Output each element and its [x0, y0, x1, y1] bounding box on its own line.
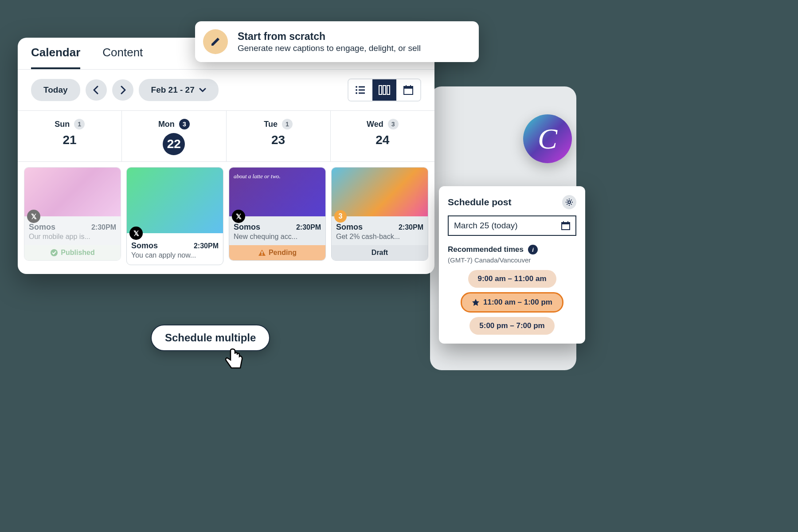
svg-rect-20 [567, 221, 568, 223]
view-list-button[interactable] [348, 79, 372, 101]
svg-rect-12 [410, 85, 411, 87]
pointer-hand-icon [222, 346, 248, 372]
post-card[interactable]: 𝕏 Somos2:30PM You can apply now... [126, 167, 223, 265]
today-button[interactable]: Today [31, 79, 80, 101]
x-platform-icon: 𝕏 [27, 210, 40, 223]
post-status-published: Published [24, 245, 121, 260]
day-header-wed[interactable]: Wed3 24 [331, 111, 434, 161]
post-card[interactable]: about a latte or two. 𝕏 Somos2:30PM New … [229, 167, 326, 261]
panel-title: Schedule post [448, 197, 512, 207]
calendar-window: Calendar Content Today Feb 21 - 27 [18, 38, 434, 274]
day-count-badge: 3 [179, 119, 190, 129]
post-account: Somos [29, 223, 55, 232]
svg-rect-10 [404, 86, 413, 89]
view-switcher [348, 78, 421, 102]
chevron-right-icon [119, 86, 126, 94]
post-thumbnail: 3 [332, 168, 428, 216]
next-button[interactable] [112, 79, 133, 101]
day-number: 21 [63, 133, 77, 147]
post-account: Somos [131, 241, 158, 250]
thumbnail-text: about a latte or two. [234, 173, 281, 180]
view-week-button[interactable] [372, 79, 396, 101]
day-name: Wed [367, 120, 383, 129]
post-time: 2:30PM [194, 242, 219, 250]
day-header-tue[interactable]: Tue1 23 [227, 111, 331, 161]
post-excerpt: You can apply now... [131, 251, 219, 259]
schedule-post-panel: Schedule post March 25 (today) Recommend… [439, 186, 585, 344]
chevron-down-icon [199, 87, 206, 93]
info-icon[interactable]: i [528, 245, 538, 254]
post-account: Somos [234, 223, 260, 232]
day-name: Mon [158, 120, 175, 129]
warning-triangle-icon [258, 249, 266, 256]
gear-icon [565, 198, 573, 206]
post-account: Somos [336, 223, 363, 232]
time-slot-featured[interactable]: 11:00 am – 1:00 pm [461, 292, 563, 313]
svg-rect-5 [359, 93, 365, 94]
time-slots: 9:00 am – 11:00 am 11:00 am – 1:00 pm 5:… [448, 270, 576, 335]
tab-content[interactable]: Content [102, 46, 143, 69]
svg-rect-3 [359, 90, 365, 91]
day-count-badge: 1 [74, 119, 85, 129]
svg-rect-18 [562, 223, 570, 224]
start-from-scratch-tooltip[interactable]: Start from scratch Generate new captions… [195, 21, 479, 62]
post-time: 2:30PM [399, 223, 423, 231]
timezone-label: (GMT-7) Canada/Vancouver [448, 256, 576, 264]
day-number: 23 [271, 133, 285, 147]
settings-button[interactable] [562, 195, 576, 209]
date-range-button[interactable]: Feb 21 - 27 [139, 79, 219, 101]
tab-calendar[interactable]: Calendar [31, 46, 80, 69]
svg-rect-19 [563, 221, 564, 223]
post-status-draft: Draft [332, 245, 428, 260]
time-slot[interactable]: 9:00 am – 11:00 am [468, 270, 556, 288]
chevron-left-icon [93, 86, 100, 94]
post-time: 2:30PM [91, 223, 116, 231]
day-name: Tue [264, 120, 278, 129]
post-excerpt: New chequing acc... [234, 233, 321, 241]
nav-group [86, 79, 133, 101]
x-platform-icon: 𝕏 [232, 210, 245, 223]
day-header-sun[interactable]: Sun1 21 [18, 111, 122, 161]
day-header-mon[interactable]: Mon3 22 [122, 111, 226, 161]
day-number: 24 [376, 133, 389, 147]
post-time: 2:30PM [296, 223, 321, 231]
svg-rect-15 [262, 254, 262, 255]
svg-point-13 [51, 249, 58, 256]
svg-rect-11 [406, 85, 407, 87]
post-excerpt: Our mobile app is... [29, 233, 116, 241]
prev-button[interactable] [86, 79, 107, 101]
post-thumbnail: about a latte or two. 𝕏 [229, 168, 325, 216]
svg-rect-8 [387, 86, 390, 94]
day-count-badge: 3 [388, 119, 399, 129]
view-month-button[interactable] [396, 79, 420, 101]
post-thumbnail: 𝕏 [24, 168, 121, 216]
columns-icon [379, 85, 390, 95]
tooltip-subtitle: Generate new captions to engage, delight… [238, 43, 421, 53]
day-headers: Sun1 21 Mon3 22 Tue1 23 Wed3 24 [18, 110, 434, 162]
time-slot[interactable]: 5:00 pm – 7:00 pm [469, 317, 554, 335]
x-platform-icon: 𝕏 [129, 227, 143, 240]
post-card[interactable]: 3 Somos2:30PM Get 2% cash-back... Draft [331, 167, 428, 261]
calendar-icon [561, 221, 570, 230]
day-name: Sun [55, 120, 70, 129]
post-excerpt: Get 2% cash-back... [336, 233, 423, 241]
schedule-multiple-button[interactable]: Schedule multiple [151, 325, 270, 351]
pencil-icon [203, 29, 228, 54]
post-count-badge: 3 [334, 210, 347, 223]
star-icon [472, 298, 480, 306]
post-thumbnail: 𝕏 [127, 168, 223, 233]
date-input[interactable]: March 25 (today) [448, 215, 576, 236]
post-card[interactable]: 𝕏 Somos2:30PM Our mobile app is... Publi… [24, 167, 121, 261]
svg-point-16 [568, 201, 571, 203]
recommended-label: Recommended times [448, 245, 524, 254]
post-status-pending: Pending [229, 245, 325, 260]
svg-point-4 [356, 92, 357, 94]
svg-rect-7 [383, 86, 386, 94]
day-number: 22 [163, 133, 185, 155]
calendar-icon [403, 85, 413, 95]
canva-logo: C [523, 114, 572, 163]
posts-row: 𝕏 Somos2:30PM Our mobile app is... Publi… [18, 162, 434, 274]
svg-point-0 [356, 86, 357, 88]
check-circle-icon [50, 249, 58, 257]
date-range-label: Feb 21 - 27 [151, 85, 195, 95]
